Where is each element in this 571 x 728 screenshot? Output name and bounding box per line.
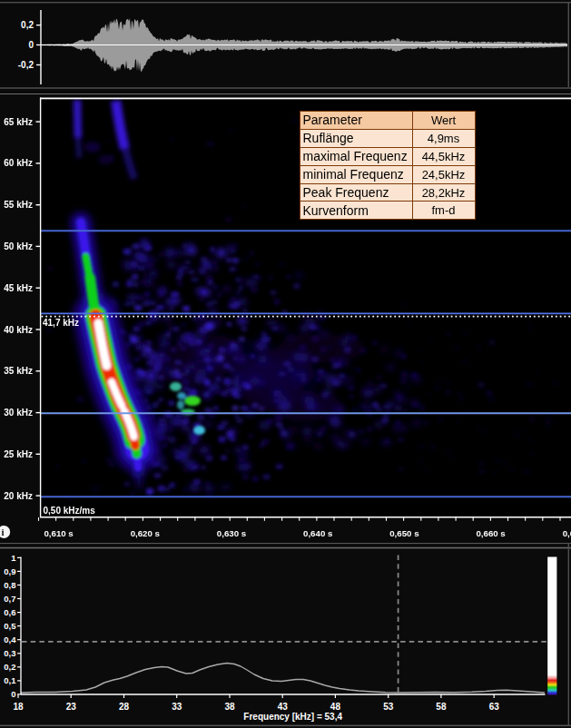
svg-text:0,7: 0,7: [4, 594, 15, 604]
svg-text:1: 1: [11, 553, 16, 563]
svg-text:20 kHz: 20 kHz: [4, 491, 33, 501]
svg-text:50 kHz: 50 kHz: [4, 241, 33, 251]
svg-text:0,6: 0,6: [4, 607, 15, 617]
svg-text:0: 0: [11, 689, 15, 699]
svg-text:0,620 s: 0,620 s: [131, 528, 160, 538]
svg-text:0,5: 0,5: [4, 621, 16, 631]
svg-text:0,9: 0,9: [4, 566, 15, 576]
svg-text:40 kHz: 40 kHz: [4, 325, 33, 335]
svg-text:-0,2: -0,2: [18, 60, 34, 70]
svg-text:25 kHz: 25 kHz: [4, 449, 33, 459]
svg-text:0,2: 0,2: [4, 662, 15, 672]
svg-text:0,50 kHz/ms: 0,50 kHz/ms: [44, 506, 96, 516]
svg-text:0: 0: [28, 40, 34, 50]
svg-text:0,660 s: 0,660 s: [476, 528, 505, 538]
svg-text:60 kHz: 60 kHz: [4, 158, 33, 168]
svg-text:55 kHz: 55 kHz: [4, 200, 33, 210]
svg-text:0,670 s: 0,670 s: [563, 528, 571, 538]
svg-text:43: 43: [278, 702, 289, 712]
svg-text:35 kHz: 35 kHz: [4, 366, 33, 376]
svg-text:0,3: 0,3: [4, 648, 15, 658]
svg-text:65 kHz: 65 kHz: [4, 117, 33, 127]
svg-text:i: i: [1, 526, 4, 537]
svg-text:41,7 kHz: 41,7 kHz: [43, 318, 79, 328]
svg-text:23: 23: [66, 702, 77, 712]
svg-text:0,2: 0,2: [21, 20, 34, 30]
svg-text:0,610 s: 0,610 s: [44, 528, 73, 538]
svg-text:38: 38: [224, 702, 235, 712]
svg-text:58: 58: [436, 702, 447, 712]
svg-text:0,650 s: 0,650 s: [389, 528, 418, 538]
svg-text:63: 63: [489, 702, 500, 712]
svg-text:28: 28: [119, 702, 130, 712]
svg-text:30 kHz: 30 kHz: [4, 408, 33, 418]
svg-text:0,4: 0,4: [4, 635, 16, 644]
svg-text:0,640 s: 0,640 s: [303, 528, 332, 538]
svg-text:18: 18: [13, 702, 24, 712]
svg-text:0,1: 0,1: [4, 675, 16, 685]
svg-text:Frequency [kHz] = 53,4: Frequency [kHz] = 53,4: [243, 712, 342, 722]
svg-text:45 kHz: 45 kHz: [4, 283, 33, 293]
svg-text:33: 33: [172, 702, 182, 712]
svg-text:0,8: 0,8: [4, 580, 15, 590]
svg-text:48: 48: [330, 702, 341, 712]
svg-text:53: 53: [383, 702, 394, 712]
svg-text:0,630 s: 0,630 s: [217, 528, 246, 538]
